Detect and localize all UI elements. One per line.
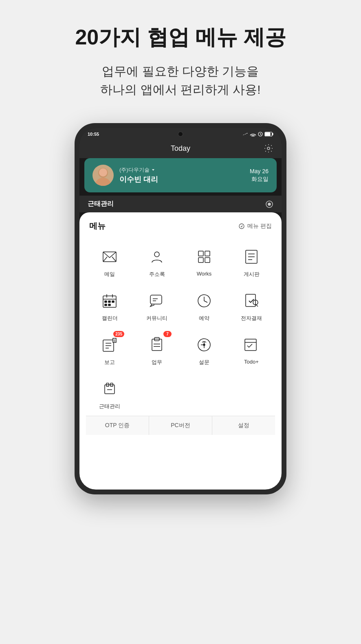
- svg-rect-33: [108, 304, 110, 306]
- phone-mockup: 10:55 Today: [75, 123, 286, 494]
- menu-grid: 메일 주소록: [86, 240, 275, 416]
- task-badge: 7: [163, 331, 172, 337]
- svg-point-1: [253, 136, 253, 137]
- menu-item-todo[interactable]: Todo+: [228, 328, 275, 372]
- svg-rect-5: [265, 132, 270, 136]
- app-header-title: Today: [171, 144, 190, 153]
- svg-rect-35: [150, 295, 162, 304]
- report-badge: 235: [113, 331, 124, 337]
- menu-panel: 메뉴 메뉴 편집: [79, 212, 282, 490]
- svg-point-7: [95, 178, 111, 186]
- page-subtitle: 업무에 필요한 다양한 기능을 하나의 앱에서 편리하게 사용!: [100, 62, 260, 99]
- menu-item-board[interactable]: 게시판: [228, 240, 275, 284]
- svg-point-12: [268, 203, 271, 205]
- camera-notch: [178, 131, 183, 137]
- profile-card: (주)다우기술 이수빈 대리 May 26 화요일: [84, 158, 277, 192]
- menu-label-task: 업무: [152, 359, 162, 366]
- bottom-tab-bar: OTP 인증 PC버전 설정: [86, 416, 275, 435]
- menu-title: 메뉴: [89, 221, 106, 232]
- svg-point-13: [239, 224, 244, 229]
- menu-item-attendance[interactable]: 근태관리: [86, 372, 133, 416]
- company-name: (주)다우기술: [119, 166, 158, 174]
- menu-header: 메뉴 메뉴 편집: [86, 221, 275, 232]
- menu-item-task[interactable]: 7 업무: [133, 328, 180, 372]
- tab-pc[interactable]: PC버전: [149, 416, 212, 435]
- svg-point-56: [203, 344, 205, 346]
- menu-label-report: 보고: [104, 359, 115, 366]
- menu-label-works: Works: [197, 271, 212, 277]
- svg-point-9: [99, 168, 107, 176]
- svg-point-17: [154, 252, 159, 257]
- status-time: 10:55: [88, 132, 99, 137]
- menu-label-attendance: 근태관리: [99, 403, 120, 410]
- svg-rect-32: [105, 304, 107, 306]
- profile-date: May 26 화요일: [250, 168, 269, 183]
- svg-line-16: [112, 257, 116, 262]
- tab-otp[interactable]: OTP 인증: [86, 416, 149, 435]
- menu-label-approval: 전자결재: [241, 315, 262, 322]
- menu-item-approval[interactable]: 전자결재: [228, 284, 275, 328]
- svg-rect-21: [205, 258, 210, 262]
- menu-item-works[interactable]: Works: [180, 240, 228, 284]
- svg-rect-31: [108, 301, 110, 302]
- svg-rect-34: [112, 301, 114, 302]
- menu-item-community[interactable]: 커뮤니티: [133, 284, 180, 328]
- svg-rect-20: [198, 258, 203, 262]
- user-avatar: [92, 165, 114, 186]
- menu-label-survey: 설문: [199, 359, 209, 366]
- user-name: 이수빈 대리: [119, 174, 158, 184]
- attendance-bar[interactable]: 근태관리: [79, 196, 282, 212]
- svg-rect-57: [245, 339, 256, 351]
- app-header: Today: [79, 139, 282, 158]
- menu-edit-button[interactable]: 메뉴 편집: [238, 223, 272, 230]
- menu-item-report[interactable]: 235 보고: [86, 328, 133, 372]
- svg-line-15: [103, 257, 107, 262]
- svg-point-6: [267, 147, 270, 150]
- menu-label-board: 게시판: [244, 271, 260, 278]
- page-title: 20가지 협업 메뉴 제공: [75, 24, 286, 50]
- svg-rect-4: [272, 133, 273, 135]
- menu-label-community: 커뮤니티: [146, 315, 167, 322]
- svg-marker-10: [152, 169, 154, 171]
- status-icons: [242, 131, 273, 137]
- menu-label-todo: Todo+: [244, 359, 259, 365]
- menu-label-reservation: 예약: [199, 315, 209, 322]
- menu-label-calendar: 캘린더: [102, 315, 118, 322]
- svg-rect-19: [205, 251, 210, 256]
- menu-item-survey[interactable]: 설문: [180, 328, 228, 372]
- tab-settings[interactable]: 설정: [212, 416, 275, 435]
- menu-item-reservation[interactable]: 예약: [180, 284, 228, 328]
- svg-rect-30: [105, 301, 107, 302]
- menu-item-mail[interactable]: 메일: [86, 240, 133, 284]
- menu-item-calendar[interactable]: 캘린더: [86, 284, 133, 328]
- menu-label-contacts: 주소록: [149, 271, 165, 278]
- settings-icon[interactable]: [264, 143, 273, 153]
- menu-item-contacts[interactable]: 주소록: [133, 240, 180, 284]
- svg-rect-18: [198, 251, 203, 256]
- menu-label-mail: 메일: [104, 271, 115, 278]
